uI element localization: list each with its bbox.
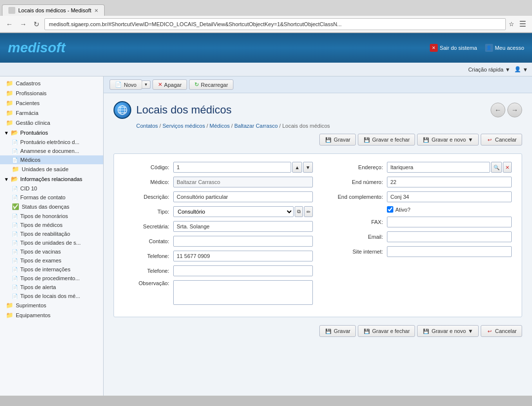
sidebar-item-formas-contato[interactable]: 📄 Formas de contato xyxy=(0,193,103,202)
browser-tab[interactable]: Locais dos médicos - Medisoft ✕ xyxy=(2,4,105,16)
form-row-telefone1: Telefone: xyxy=(124,251,313,261)
sidebar-item-tipos-procedimentos[interactable]: 📄 Tipos de procedimento... xyxy=(0,274,103,283)
sidebar-item-prontuario-eletronico[interactable]: 📄 Prontuário eletrônico d... xyxy=(0,138,103,147)
next-button[interactable]: → xyxy=(507,103,522,117)
breadcrumb-servicos-medicos[interactable]: Serviços médicos xyxy=(162,123,205,129)
sidebar-item-informacoes-relacionadas[interactable]: ▼ 📂 Informações relacionadas xyxy=(0,174,103,184)
sidebar-item-pacientes[interactable]: 📁 Pacientes xyxy=(0,98,103,108)
refresh-icon: ↻ xyxy=(194,81,199,88)
tipo-copy-button[interactable]: ⧉ xyxy=(295,206,303,217)
sair-button[interactable]: ✕ Sair do sistema xyxy=(430,44,477,52)
tipo-edit-button[interactable]: ✏ xyxy=(304,206,313,217)
end-numero-label: End número: xyxy=(323,179,387,185)
breadcrumb-medicos[interactable]: Médicos xyxy=(210,123,230,129)
sidebar-item-tipos-exames[interactable]: 📄 Tipos de exames xyxy=(0,256,103,265)
sidebar-item-medicos[interactable]: 📄 Médicos xyxy=(0,155,103,164)
form-row-codigo: Código: ▲ ▼ xyxy=(124,162,313,173)
novo-dropdown-button[interactable]: ▼ xyxy=(142,80,151,89)
cancelar-button-bottom[interactable]: ↩ Cancelar xyxy=(481,325,522,337)
sidebar-item-tipos-unidades[interactable]: 📄 Tipos de unidades de s... xyxy=(0,238,103,247)
secretaria-input[interactable] xyxy=(173,221,313,232)
profile-button[interactable]: 👤 ▼ xyxy=(514,66,528,73)
gravar-button-bottom[interactable]: 💾 Gravar xyxy=(319,325,356,337)
save-new-icon-bottom: 💾 xyxy=(422,328,429,334)
descricao-input[interactable] xyxy=(173,191,313,202)
criacao-rapida-arrow: ▼ xyxy=(505,67,510,73)
prev-button[interactable]: ← xyxy=(491,103,505,117)
sidebar-item-anamnese[interactable]: 📄 Anamnese e documen... xyxy=(0,147,103,155)
profile-icon: 👤 xyxy=(514,66,521,73)
endereco-input[interactable] xyxy=(387,162,490,173)
email-input[interactable] xyxy=(387,231,512,242)
tab-close-button[interactable]: ✕ xyxy=(94,8,98,13)
form-row-email: Email: xyxy=(323,231,512,242)
ativo-checkbox[interactable] xyxy=(387,206,393,213)
tipo-select-wrapper: Consultório ⧉ ✏ xyxy=(173,206,313,217)
telefone1-input[interactable] xyxy=(173,251,313,261)
sidebar-item-tipos-locais[interactable]: 📄 Tipos de locais dos mé... xyxy=(0,292,103,300)
criacao-rapida-button[interactable]: Criação rápida ▼ xyxy=(468,67,510,73)
expand-icon: ▼ xyxy=(4,130,9,136)
breadcrumb-contatos[interactable]: Contatos xyxy=(136,123,158,129)
descricao-label: Descrição: xyxy=(124,194,173,200)
breadcrumb: Contatos / Serviços médicos / Médicos / … xyxy=(136,123,522,129)
site-input[interactable] xyxy=(387,246,512,257)
recarregar-button[interactable]: ↻ Recarregar xyxy=(189,79,233,90)
sidebar-item-tipos-medicos[interactable]: 📄 Tipos de médicos xyxy=(0,221,103,229)
green-doc-icon: ✅ xyxy=(12,203,19,210)
codigo-label: Código: xyxy=(124,164,173,170)
sidebar-item-tipos-vacinas[interactable]: 📄 Tipos de vacinas xyxy=(0,247,103,256)
codigo-input[interactable] xyxy=(173,162,291,173)
sidebar-item-status-doencas[interactable]: ✅ Status das doenças xyxy=(0,202,103,212)
endereco-clear-button[interactable]: ✕ xyxy=(503,162,512,173)
sidebar-item-tipos-honorarios[interactable]: 📄 Tipos de honorários xyxy=(0,212,103,221)
folder-icon: 📁 xyxy=(6,302,13,309)
gravar-fechar-button-top[interactable]: 💾 Gravar e fechar xyxy=(358,134,415,146)
sidebar-item-equipamentos[interactable]: 📁 Equipamentos xyxy=(0,310,103,320)
codigo-input-group: ▲ ▼ xyxy=(173,162,313,173)
back-button[interactable]: ← xyxy=(4,19,15,29)
codigo-down-button[interactable]: ▼ xyxy=(303,162,313,173)
codigo-up-button[interactable]: ▲ xyxy=(292,162,302,173)
doc-icon: 📄 xyxy=(12,276,18,281)
end-numero-input[interactable] xyxy=(387,177,512,187)
telefone2-input[interactable] xyxy=(173,265,313,276)
novo-button[interactable]: 📄 Novo xyxy=(110,79,142,90)
sidebar-item-unidades-saude[interactable]: 📁 Unidades de saúde xyxy=(0,164,103,174)
contato-input[interactable] xyxy=(173,236,313,247)
end-complemento-input[interactable] xyxy=(387,191,512,202)
refresh-button[interactable]: ↻ xyxy=(32,19,41,29)
sidebar-item-cid10[interactable]: 📄 CID 10 xyxy=(0,184,103,193)
apagar-button[interactable]: ✕ Apagar xyxy=(152,79,187,90)
endereco-search-button[interactable]: 🔍 xyxy=(491,162,502,173)
sidebar-item-profissionais[interactable]: 📁 Profissionais xyxy=(0,88,103,98)
tipo-select[interactable]: Consultório xyxy=(173,206,294,217)
cancelar-button-top[interactable]: ↩ Cancelar xyxy=(481,134,522,146)
tab-favicon xyxy=(8,7,15,14)
sidebar-item-tipos-reabilitacao[interactable]: 📄 Tipos de reabilitação xyxy=(0,229,103,238)
menu-button[interactable]: ☰ xyxy=(517,18,528,30)
gravar-fechar-button-bottom[interactable]: 💾 Gravar e fechar xyxy=(358,325,415,337)
telefone2-label: Telefone: xyxy=(124,268,173,274)
fax-input[interactable] xyxy=(387,217,512,227)
sidebar-item-tipos-internacoes[interactable]: 📄 Tipos de internações xyxy=(0,265,103,274)
telefone1-label: Telefone: xyxy=(124,253,173,259)
observacao-textarea[interactable] xyxy=(173,280,313,305)
medico-input[interactable] xyxy=(173,177,313,187)
save-new-icon: 💾 xyxy=(422,136,429,143)
address-bar[interactable] xyxy=(44,18,506,30)
breadcrumb-baltazar[interactable]: Baltazar Carrasco xyxy=(234,123,278,129)
endereco-label: Endereço: xyxy=(323,164,387,170)
gravar-novo-button-bottom[interactable]: 💾 Gravar e novo ▼ xyxy=(417,325,479,337)
meu-acesso-button[interactable]: 👤 Meu acesso xyxy=(485,44,524,52)
sidebar-item-tipos-alerta[interactable]: 📄 Tipos de alerta xyxy=(0,283,103,292)
sidebar-item-cadastros[interactable]: 📁 Cadastros xyxy=(0,78,103,88)
sidebar-item-gestao-clinica[interactable]: 📁 Gestão clínica xyxy=(0,118,103,128)
sidebar-item-farmacia[interactable]: 📁 Farmácia xyxy=(0,108,103,118)
gravar-novo-button-top[interactable]: 💾 Gravar e novo ▼ xyxy=(417,134,479,146)
sidebar-item-prontuarios[interactable]: ▼ 📂 Prontuários xyxy=(0,128,103,138)
page-globe-icon xyxy=(114,101,131,119)
sidebar-item-suprimentos[interactable]: 📁 Suprimentos xyxy=(0,300,103,310)
gravar-button-top[interactable]: 💾 Gravar xyxy=(319,134,356,146)
forward-button[interactable]: → xyxy=(18,19,29,29)
